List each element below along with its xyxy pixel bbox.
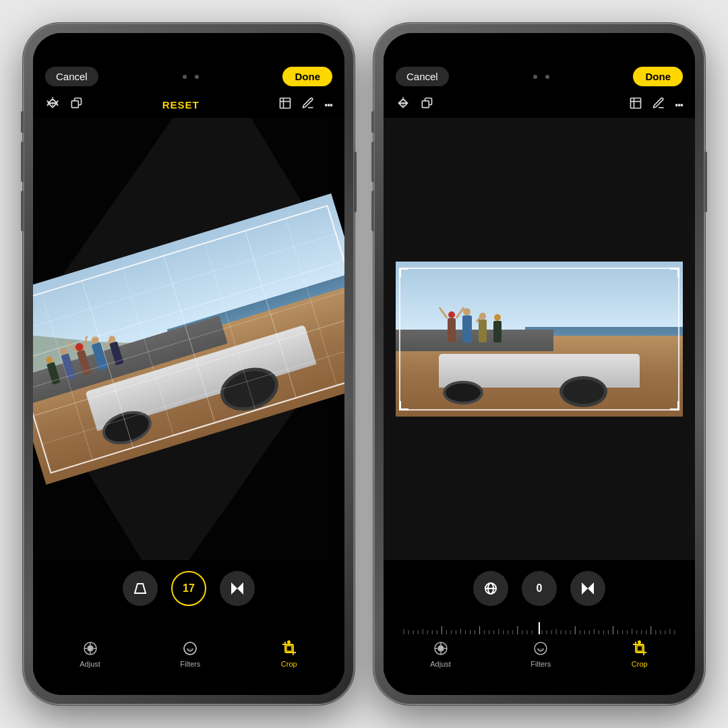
phone-right: Cancel Done bbox=[374, 24, 704, 704]
status-dot1-right bbox=[533, 75, 537, 79]
spacer bbox=[42, 622, 335, 623]
mute-button bbox=[21, 111, 24, 133]
phone-screen-left: Cancel Done bbox=[33, 33, 344, 695]
crop-icon-right bbox=[631, 640, 648, 657]
notch bbox=[145, 33, 233, 52]
more-icon[interactable]: ••• bbox=[324, 100, 332, 111]
svg-rect-75 bbox=[286, 646, 292, 651]
phone-frame-right: Cancel Done bbox=[374, 24, 704, 704]
cancel-button-right[interactable]: Cancel bbox=[396, 67, 449, 86]
grid-v-sm1 bbox=[41, 293, 92, 459]
svg-marker-6 bbox=[237, 582, 243, 595]
status-dot1 bbox=[183, 75, 187, 79]
ruler-right[interactable] bbox=[384, 610, 695, 634]
volume-up-button-right bbox=[371, 142, 374, 182]
more-icon-right[interactable]: ••• bbox=[675, 100, 683, 111]
bottom-section-right: 0 bbox=[384, 560, 695, 695]
markup-icon[interactable] bbox=[301, 96, 315, 113]
filters-label-left: Filters bbox=[180, 660, 200, 668]
flip-button-left[interactable] bbox=[220, 571, 255, 606]
phone-left: Cancel Done bbox=[24, 24, 354, 704]
tab-adjust-left[interactable]: Adjust bbox=[80, 640, 100, 668]
crop-overlay-right bbox=[399, 268, 680, 411]
tab-filters-left[interactable]: Filters bbox=[180, 640, 200, 668]
jeep-photo-right bbox=[396, 262, 682, 417]
straight-image-wrapper bbox=[396, 262, 682, 417]
filters-icon-left bbox=[181, 640, 199, 657]
grid-v-sm3 bbox=[204, 243, 255, 409]
flip-horizontal-icon[interactable] bbox=[45, 96, 60, 114]
power-button bbox=[354, 152, 357, 212]
svg-point-145 bbox=[438, 646, 444, 651]
rotation-value-display-right[interactable]: 0 bbox=[522, 571, 557, 606]
filters-label-right: Filters bbox=[530, 660, 551, 668]
svg-rect-151 bbox=[637, 646, 642, 651]
ruler-visual-right bbox=[390, 610, 688, 634]
adjust-icon-left bbox=[82, 640, 99, 657]
rotation-controls-left: 17 bbox=[33, 567, 344, 610]
toolbar-left-icons bbox=[45, 96, 83, 114]
corner-br-right bbox=[670, 401, 679, 411]
crop-tab-wrapper-right bbox=[631, 640, 648, 657]
ticks-container bbox=[42, 622, 335, 623]
toolbar-right-left-icons bbox=[396, 96, 433, 114]
done-button-right[interactable]: Done bbox=[633, 67, 683, 86]
phone-frame-left: Cancel Done bbox=[24, 24, 354, 704]
toolbar-right-icons: ••• bbox=[278, 96, 332, 113]
svg-rect-78 bbox=[631, 98, 641, 109]
tab-bar-left: Adjust Filters bbox=[33, 634, 344, 688]
tab-crop-right[interactable]: Crop bbox=[631, 640, 648, 668]
toolbar-left: RESET bbox=[33, 92, 344, 118]
tick-row bbox=[42, 622, 335, 623]
status-dot2-right bbox=[545, 75, 549, 79]
perspective-button-left[interactable] bbox=[123, 571, 158, 606]
svg-point-68 bbox=[88, 646, 93, 651]
toolbar-right: ••• bbox=[384, 92, 695, 118]
flip-horizontal-icon-right[interactable] bbox=[396, 96, 411, 114]
adjust-icon-right bbox=[432, 640, 450, 657]
svg-rect-1 bbox=[71, 101, 78, 108]
adjust-label-right: Adjust bbox=[430, 660, 451, 668]
rotation-controls-right: 0 bbox=[384, 567, 695, 610]
tab-adjust-right[interactable]: Adjust bbox=[430, 640, 451, 668]
svg-marker-84 bbox=[582, 582, 588, 595]
tab-crop-left[interactable]: Crop bbox=[280, 640, 298, 668]
aspect-ratio-icon-right[interactable] bbox=[629, 96, 642, 113]
flip-button-right[interactable] bbox=[570, 571, 605, 606]
rotation-value-display-left[interactable]: 17 bbox=[171, 571, 206, 606]
tab-filters-right[interactable]: Filters bbox=[530, 640, 551, 668]
ruler-svg-right bbox=[390, 610, 688, 634]
done-button-left[interactable]: Done bbox=[282, 67, 332, 86]
perspective-button-right[interactable] bbox=[473, 571, 508, 606]
rotate-icon-right[interactable] bbox=[420, 96, 433, 113]
mute-button-right bbox=[371, 111, 374, 133]
filters-icon-right bbox=[532, 640, 549, 657]
volume-up-button bbox=[21, 142, 24, 182]
crop-label-left: Crop bbox=[281, 660, 297, 668]
grid-v-sm4 bbox=[286, 218, 337, 384]
grid-v-sm2 bbox=[123, 268, 174, 434]
cancel-button-left[interactable]: Cancel bbox=[45, 67, 98, 86]
corner-tl-right bbox=[399, 268, 408, 277]
adjust-label-left: Adjust bbox=[80, 660, 100, 668]
svg-rect-77 bbox=[422, 101, 429, 108]
volume-down-button bbox=[21, 191, 24, 231]
svg-marker-85 bbox=[588, 582, 594, 595]
corner-tr-right bbox=[670, 268, 679, 277]
crop-label-right: Crop bbox=[632, 660, 648, 668]
aspect-ratio-icon[interactable] bbox=[278, 96, 292, 113]
grid-h-sm2 bbox=[33, 289, 344, 390]
svg-rect-2 bbox=[280, 98, 291, 109]
markup-icon-right[interactable] bbox=[652, 96, 665, 113]
image-area-left bbox=[33, 118, 344, 560]
crop-tab-wrapper-left bbox=[280, 640, 298, 657]
reset-label[interactable]: RESET bbox=[162, 99, 200, 111]
ruler-left[interactable] bbox=[33, 610, 344, 634]
power-button-right bbox=[704, 152, 707, 212]
rotate-icon[interactable] bbox=[69, 96, 83, 113]
notch-right bbox=[495, 33, 583, 52]
image-area-right bbox=[384, 118, 695, 560]
tab-bar-right: Adjust Filters bbox=[384, 634, 695, 688]
crop-icon-left bbox=[280, 640, 298, 657]
phone-screen-right: Cancel Done bbox=[384, 33, 695, 695]
